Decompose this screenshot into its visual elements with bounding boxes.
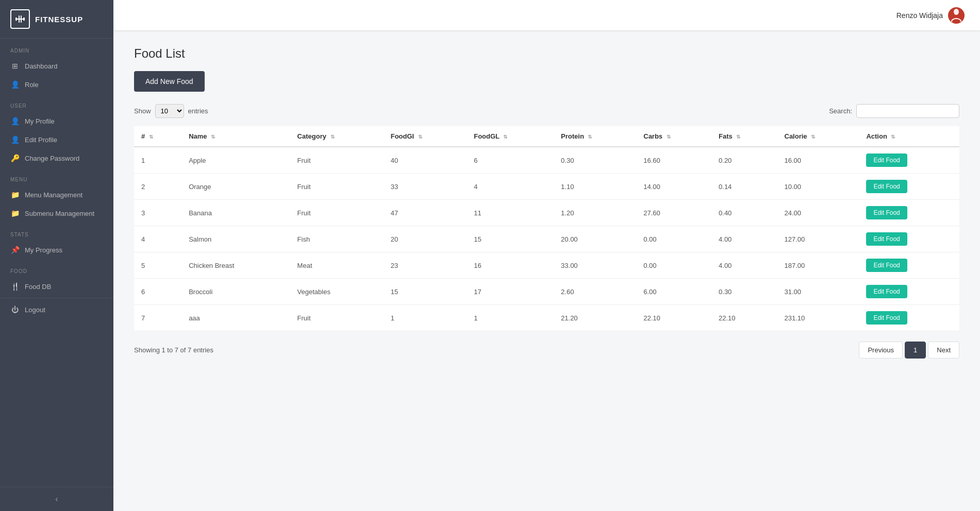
cell-name: Salmon bbox=[181, 226, 290, 252]
cell-num: 7 bbox=[134, 305, 181, 331]
cell-action: Edit Food bbox=[859, 226, 959, 252]
sidebar-item-role[interactable]: 👤 Role bbox=[0, 75, 113, 94]
cell-num: 3 bbox=[134, 200, 181, 226]
cell-category: Vegetables bbox=[290, 279, 384, 305]
add-new-food-button[interactable]: Add New Food bbox=[134, 71, 205, 92]
main-area: Renzo Widjaja Food List Add New Food Sho… bbox=[113, 0, 980, 511]
previous-button[interactable]: Previous bbox=[859, 342, 903, 359]
cell-carbs: 0.00 bbox=[636, 252, 711, 279]
sidebar-item-my-progress[interactable]: 📌 My Progress bbox=[0, 241, 113, 259]
sidebar-item-food-db[interactable]: 🍴 Food DB bbox=[0, 277, 113, 296]
col-foodgl: FoodGL ⇅ bbox=[467, 126, 554, 147]
search-box: Search: bbox=[829, 104, 959, 118]
cell-protein: 21.20 bbox=[554, 305, 636, 331]
table-row: 2 Orange Fruit 33 4 1.10 14.00 0.14 10.0… bbox=[134, 174, 959, 200]
cell-action: Edit Food bbox=[859, 174, 959, 200]
sidebar-item-menu-management[interactable]: 📁 Menu Management bbox=[0, 185, 113, 204]
edit-food-button[interactable]: Edit Food bbox=[866, 232, 907, 246]
col-fats: Fats ⇅ bbox=[711, 126, 777, 147]
search-input[interactable] bbox=[856, 104, 959, 118]
cell-num: 4 bbox=[134, 226, 181, 252]
entries-select[interactable]: 10 25 50 100 bbox=[155, 104, 184, 118]
app-name: FITNESSUP bbox=[35, 15, 83, 24]
pagination: Previous 1 Next bbox=[859, 342, 959, 359]
cell-protein: 1.10 bbox=[554, 174, 636, 200]
cell-calorie: 127.00 bbox=[777, 226, 859, 252]
user-avatar bbox=[948, 7, 965, 24]
cell-name: Chicken Breast bbox=[181, 252, 290, 279]
topbar-username: Renzo Widjaja bbox=[896, 11, 943, 20]
cell-foodgi: 20 bbox=[384, 226, 467, 252]
col-calorie: Calorie ⇅ bbox=[777, 126, 859, 147]
cell-foodgi: 1 bbox=[384, 305, 467, 331]
cell-protein: 1.20 bbox=[554, 200, 636, 226]
section-stats-label: STATS bbox=[0, 223, 113, 241]
edit-food-button[interactable]: Edit Food bbox=[866, 311, 907, 325]
col-num: # ⇅ bbox=[134, 126, 181, 147]
edit-food-button[interactable]: Edit Food bbox=[866, 206, 907, 219]
sidebar-item-my-profile[interactable]: 👤 My Profile bbox=[0, 112, 113, 130]
cell-foodgl: 4 bbox=[467, 174, 554, 200]
page-1-button[interactable]: 1 bbox=[905, 342, 926, 359]
menu-management-icon: 📁 bbox=[10, 191, 20, 199]
edit-food-button[interactable]: Edit Food bbox=[866, 285, 907, 298]
cell-name: Orange bbox=[181, 174, 290, 200]
col-foodgi: FoodGI ⇅ bbox=[384, 126, 467, 147]
cell-foodgi: 33 bbox=[384, 174, 467, 200]
role-icon: 👤 bbox=[10, 80, 20, 89]
cell-action: Edit Food bbox=[859, 279, 959, 305]
cell-foodgi: 40 bbox=[384, 147, 467, 174]
cell-calorie: 24.00 bbox=[777, 200, 859, 226]
page-title: Food List bbox=[134, 46, 959, 61]
col-carbs: Carbs ⇅ bbox=[636, 126, 711, 147]
sidebar: FITNESSUP ADMIN ⊞ Dashboard 👤 Role USER … bbox=[0, 0, 113, 511]
sidebar-item-submenu-management-label: Submenu Management bbox=[25, 210, 94, 217]
edit-profile-icon: 👤 bbox=[10, 135, 20, 144]
cell-calorie: 231.10 bbox=[777, 305, 859, 331]
cell-fats: 0.30 bbox=[711, 279, 777, 305]
cell-category: Fruit bbox=[290, 174, 384, 200]
cell-foodgl: 17 bbox=[467, 279, 554, 305]
sidebar-collapse-button[interactable]: ‹ bbox=[0, 487, 113, 511]
showing-text: Showing 1 to 7 of 7 entries bbox=[134, 346, 213, 354]
cell-num: 2 bbox=[134, 174, 181, 200]
cell-foodgi: 47 bbox=[384, 200, 467, 226]
table-controls: Show 10 25 50 100 entries Search: bbox=[134, 104, 959, 118]
cell-action: Edit Food bbox=[859, 200, 959, 226]
cell-name: aaa bbox=[181, 305, 290, 331]
table-row: 3 Banana Fruit 47 11 1.20 27.60 0.40 24.… bbox=[134, 200, 959, 226]
sidebar-item-change-password[interactable]: 🔑 Change Password bbox=[0, 149, 113, 167]
logout-icon: ⏻ bbox=[10, 305, 20, 314]
cell-carbs: 27.60 bbox=[636, 200, 711, 226]
content-area: Food List Add New Food Show 10 25 50 100… bbox=[113, 31, 980, 511]
next-button[interactable]: Next bbox=[928, 342, 959, 359]
cell-action: Edit Food bbox=[859, 252, 959, 279]
sidebar-item-edit-profile[interactable]: 👤 Edit Profile bbox=[0, 130, 113, 149]
cell-fats: 4.00 bbox=[711, 226, 777, 252]
edit-food-button[interactable]: Edit Food bbox=[866, 259, 907, 272]
sidebar-item-food-db-label: Food DB bbox=[25, 283, 51, 291]
food-table: # ⇅ Name ⇅ Category ⇅ FoodGI ⇅ FoodGL ⇅ … bbox=[134, 126, 959, 331]
cell-carbs: 14.00 bbox=[636, 174, 711, 200]
table-header: # ⇅ Name ⇅ Category ⇅ FoodGI ⇅ FoodGL ⇅ … bbox=[134, 126, 959, 147]
table-row: 4 Salmon Fish 20 15 20.00 0.00 4.00 127.… bbox=[134, 226, 959, 252]
svg-rect-2 bbox=[17, 19, 23, 20]
my-profile-icon: 👤 bbox=[10, 117, 20, 125]
sidebar-item-dashboard[interactable]: ⊞ Dashboard bbox=[0, 57, 113, 75]
section-food-label: FOOD bbox=[0, 259, 113, 277]
svg-point-5 bbox=[954, 9, 959, 15]
edit-food-button[interactable]: Edit Food bbox=[866, 154, 907, 167]
sidebar-item-logout[interactable]: ⏻ Logout bbox=[0, 300, 113, 319]
svg-rect-1 bbox=[23, 18, 25, 21]
entries-label: entries bbox=[188, 107, 208, 115]
edit-food-button[interactable]: Edit Food bbox=[866, 180, 907, 193]
sidebar-item-submenu-management[interactable]: 📁 Submenu Management bbox=[0, 204, 113, 223]
col-category: Category ⇅ bbox=[290, 126, 384, 147]
cell-fats: 0.20 bbox=[711, 147, 777, 174]
cell-fats: 22.10 bbox=[711, 305, 777, 331]
cell-fats: 0.14 bbox=[711, 174, 777, 200]
show-label: Show bbox=[134, 107, 151, 115]
cell-foodgl: 16 bbox=[467, 252, 554, 279]
table-footer: Showing 1 to 7 of 7 entries Previous 1 N… bbox=[134, 342, 959, 359]
cell-carbs: 22.10 bbox=[636, 305, 711, 331]
